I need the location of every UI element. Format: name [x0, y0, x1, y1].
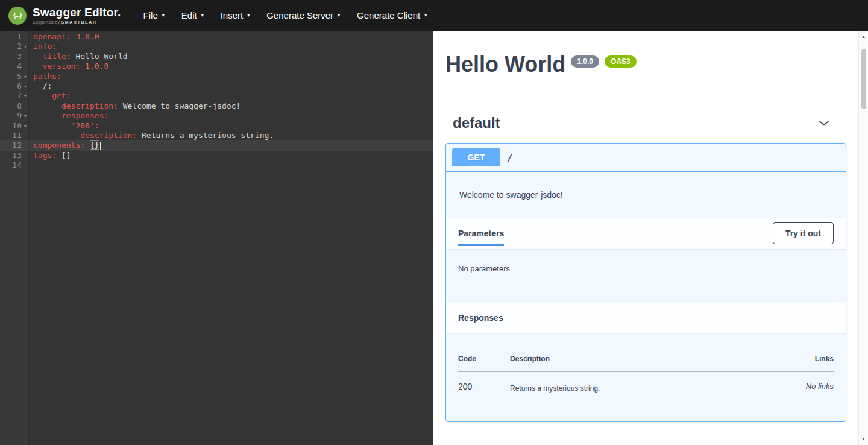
fold-arrow-icon[interactable]: ▾	[22, 81, 29, 91]
oas3-badge: OAS3	[605, 55, 637, 68]
line-number: 8	[0, 101, 29, 111]
menu-generate-client-label: Generate Client	[357, 10, 420, 21]
code-line[interactable]: 8 description: Welcome to swagger-jsdoc!	[0, 101, 433, 111]
col-code: Code	[458, 345, 510, 372]
code-line[interactable]: 13tags: []	[0, 151, 433, 160]
fold-arrow-icon[interactable]: ▾	[22, 42, 29, 51]
code-line[interactable]: 4 version: 1.0.0	[0, 62, 433, 71]
operation-description: Welcome to swagger-jsdoc!	[446, 172, 846, 218]
code-line[interactable]: 6▾ /:	[0, 81, 433, 91]
parameters-header: Parameters Try it out	[446, 218, 846, 249]
tab-parameters[interactable]: Parameters	[458, 229, 504, 238]
opblock-get: GET / Welcome to swagger-jsdoc! Paramete…	[445, 143, 846, 422]
code-line[interactable]: 11 description: Returns a mysterious str…	[0, 131, 433, 140]
tagline-brand: SMARTBEAR	[61, 20, 97, 24]
line-number: 5▾	[0, 72, 29, 81]
code-token	[33, 62, 43, 71]
code-line[interactable]: 10▾ '200':	[0, 121, 433, 131]
code-token: tags:	[33, 151, 57, 160]
line-number: 10▾	[0, 121, 29, 131]
tag-section-default[interactable]: default	[445, 109, 846, 139]
opblock-summary[interactable]: GET /	[446, 144, 846, 172]
menu-generate-server[interactable]: Generate Server ▾	[259, 5, 348, 26]
responses-header: Responses	[446, 302, 846, 333]
yaml-code-editor[interactable]: 1openapi: 3.0.02▾info:3 title: Hello Wor…	[0, 31, 433, 445]
line-number: 6▾	[0, 81, 29, 91]
caret-down-icon: ▾	[338, 13, 340, 18]
line-number: 12	[0, 140, 29, 150]
code-line[interactable]: 3 title: Hello World	[0, 52, 433, 62]
code-line[interactable]: 9▾ responses:	[0, 111, 433, 121]
code-line[interactable]: 1openapi: 3.0.0	[0, 32, 433, 42]
code-token: responses:	[61, 111, 108, 120]
menu-generate-client[interactable]: Generate Client ▾	[349, 5, 435, 26]
scrollbar-thumb[interactable]	[861, 49, 866, 109]
code-token: description:	[61, 101, 118, 110]
menu-insert[interactable]: Insert ▾	[213, 5, 258, 26]
code-token	[33, 101, 61, 110]
responses-table-header-row: Code Description Links	[458, 345, 834, 372]
code-token: title:	[43, 52, 71, 61]
code-token: openapi:	[33, 32, 71, 41]
fold-arrow-icon[interactable]: ▾	[22, 121, 29, 131]
line-number: 7▾	[0, 91, 29, 101]
method-badge: GET	[452, 148, 500, 166]
brand[interactable]: {…} Swagger Editor. Supported by SMARTBE…	[0, 7, 136, 25]
response-code: 200	[458, 372, 510, 409]
main-split: 1openapi: 3.0.02▾info:3 title: Hello Wor…	[0, 31, 868, 445]
responses-title: Responses	[458, 313, 503, 323]
code-token: /:	[33, 81, 52, 90]
code-token: Hello World	[71, 52, 128, 61]
col-description: Description	[510, 345, 757, 372]
menu-file[interactable]: File ▾	[136, 5, 172, 26]
code-line[interactable]: 12components: {}	[0, 140, 433, 150]
chevron-down-icon[interactable]	[817, 116, 831, 130]
api-title: Hello World 1.0.0 OAS3	[445, 54, 846, 75]
code-token	[80, 62, 85, 71]
code-token: 1.0.0	[85, 62, 108, 71]
responses-body: Code Description Links 200 Returns a mys…	[446, 333, 846, 421]
code-line[interactable]: 2▾info:	[0, 42, 433, 51]
tagline-prefix: Supported by	[33, 20, 61, 24]
scroll-down-arrow-icon[interactable]: ▼	[859, 435, 868, 443]
responses-table: Code Description Links 200 Returns a mys…	[458, 345, 834, 408]
response-description: Returns a mysterious string.	[510, 372, 757, 409]
code-line[interactable]: 14	[0, 160, 433, 170]
brand-text: Swagger Editor. Supported by SMARTBEAR	[33, 7, 121, 24]
code-token: components:	[33, 140, 85, 150]
code-token: info:	[33, 42, 57, 51]
swagger-ui-preview: Hello World 1.0.0 OAS3 default GET / Wel…	[433, 31, 868, 445]
api-info: Hello World 1.0.0 OAS3	[445, 54, 846, 75]
code-line[interactable]: 5▾paths:	[0, 72, 433, 81]
menu-edit[interactable]: Edit ▾	[174, 5, 212, 26]
fold-arrow-icon[interactable]: ▾	[22, 111, 29, 121]
col-links: Links	[757, 345, 834, 372]
code-token: description:	[80, 131, 137, 140]
text-cursor	[100, 142, 101, 150]
code-token: {}	[90, 140, 99, 150]
no-parameters-text: No parameters	[446, 249, 846, 302]
preview-scrollbar[interactable]: ▲ ▼	[858, 31, 868, 445]
code-token: []	[57, 151, 71, 160]
menu-edit-label: Edit	[181, 10, 197, 21]
code-lines: 1openapi: 3.0.02▾info:3 title: Hello Wor…	[0, 31, 433, 170]
brand-tagline: Supported by SMARTBEAR	[33, 20, 121, 24]
line-number: 4	[0, 62, 29, 71]
code-token	[33, 121, 71, 130]
code-line[interactable]: 7▾ get:	[0, 91, 433, 101]
line-number: 9▾	[0, 111, 29, 121]
version-badge: 1.0.0	[571, 55, 599, 68]
fold-arrow-icon[interactable]: ▾	[22, 72, 29, 81]
line-number: 14	[0, 160, 29, 170]
scroll-up-arrow-icon[interactable]: ▲	[859, 33, 868, 41]
line-number: 3	[0, 52, 29, 62]
code-token	[33, 131, 80, 140]
code-token: Returns a mysterious string.	[137, 131, 274, 140]
tab-parameters-label: Parameters	[458, 229, 504, 238]
code-token: paths:	[33, 72, 61, 81]
line-number: 2▾	[0, 42, 29, 51]
fold-arrow-icon[interactable]: ▾	[22, 91, 29, 101]
caret-down-icon: ▾	[247, 13, 250, 18]
response-links: No links	[757, 372, 834, 409]
try-it-out-button[interactable]: Try it out	[773, 222, 834, 244]
